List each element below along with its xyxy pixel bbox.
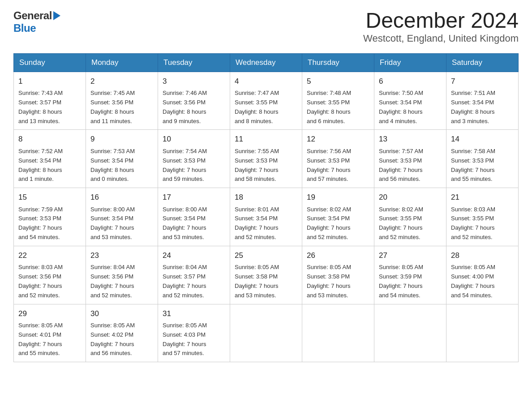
calendar-cell: 10 Sunrise: 7:54 AM Sunset: 3:53 PM Dayl… <box>158 130 230 188</box>
calendar-cell: 15 Sunrise: 7:59 AM Sunset: 3:53 PM Dayl… <box>14 188 86 246</box>
day-info: Sunrise: 7:56 AM Sunset: 3:53 PM Dayligh… <box>307 148 351 182</box>
day-number: 13 <box>379 133 442 145</box>
day-info: Sunrise: 8:02 AM Sunset: 3:55 PM Dayligh… <box>379 206 423 240</box>
day-number: 24 <box>163 250 225 261</box>
day-number: 2 <box>90 76 153 87</box>
calendar-week-row: 15 Sunrise: 7:59 AM Sunset: 3:53 PM Dayl… <box>14 188 519 246</box>
calendar-cell: 30 Sunrise: 8:05 AM Sunset: 4:02 PM Dayl… <box>86 304 158 362</box>
day-info: Sunrise: 7:54 AM Sunset: 3:53 PM Dayligh… <box>163 148 207 182</box>
day-number: 16 <box>90 192 153 203</box>
calendar-week-row: 8 Sunrise: 7:52 AM Sunset: 3:54 PM Dayli… <box>14 130 519 188</box>
day-info: Sunrise: 7:58 AM Sunset: 3:53 PM Dayligh… <box>451 148 495 182</box>
calendar-cell: 14 Sunrise: 7:58 AM Sunset: 3:53 PM Dayl… <box>446 130 519 188</box>
weekday-header-saturday: Saturday <box>446 53 519 72</box>
day-number: 6 <box>379 76 442 87</box>
day-number: 29 <box>18 308 81 320</box>
calendar-cell: 25 Sunrise: 8:05 AM Sunset: 3:58 PM Dayl… <box>230 246 302 304</box>
day-number: 12 <box>307 133 369 145</box>
calendar-cell: 16 Sunrise: 8:00 AM Sunset: 3:54 PM Dayl… <box>86 188 158 246</box>
day-number: 8 <box>18 133 81 145</box>
day-info: Sunrise: 8:03 AM Sunset: 3:55 PM Dayligh… <box>451 206 495 240</box>
weekday-header-row: SundayMondayTuesdayWednesdayThursdayFrid… <box>14 53 519 72</box>
weekday-header-sunday: Sunday <box>14 53 86 72</box>
day-number: 11 <box>235 133 297 145</box>
day-info: Sunrise: 8:05 AM Sunset: 3:59 PM Dayligh… <box>379 264 423 298</box>
day-number: 28 <box>451 250 514 261</box>
day-number: 10 <box>163 133 225 145</box>
calendar-cell: 9 Sunrise: 7:53 AM Sunset: 3:54 PM Dayli… <box>86 130 158 188</box>
day-info: Sunrise: 8:02 AM Sunset: 3:54 PM Dayligh… <box>307 206 351 240</box>
calendar-cell: 18 Sunrise: 8:01 AM Sunset: 3:54 PM Dayl… <box>230 188 302 246</box>
calendar-cell: 1 Sunrise: 7:43 AM Sunset: 3:57 PM Dayli… <box>14 72 86 130</box>
title-area: December 2024 Westcott, England, United … <box>363 9 519 44</box>
weekday-header-monday: Monday <box>86 53 158 72</box>
day-info: Sunrise: 7:57 AM Sunset: 3:53 PM Dayligh… <box>379 148 423 182</box>
day-info: Sunrise: 7:59 AM Sunset: 3:53 PM Dayligh… <box>18 206 63 240</box>
day-info: Sunrise: 7:47 AM Sunset: 3:55 PM Dayligh… <box>235 90 279 124</box>
day-number: 23 <box>90 250 153 261</box>
day-number: 30 <box>90 308 153 320</box>
logo-icon: General Blue <box>13 9 60 34</box>
day-info: Sunrise: 7:50 AM Sunset: 3:54 PM Dayligh… <box>379 90 423 124</box>
day-info: Sunrise: 8:05 AM Sunset: 4:03 PM Dayligh… <box>163 322 207 356</box>
day-number: 9 <box>90 133 153 145</box>
day-info: Sunrise: 7:43 AM Sunset: 3:57 PM Dayligh… <box>18 90 63 124</box>
day-info: Sunrise: 8:03 AM Sunset: 3:56 PM Dayligh… <box>18 264 63 298</box>
day-info: Sunrise: 8:00 AM Sunset: 3:54 PM Dayligh… <box>90 206 135 240</box>
calendar-body: 1 Sunrise: 7:43 AM Sunset: 3:57 PM Dayli… <box>14 72 519 362</box>
day-number: 5 <box>307 76 369 87</box>
calendar-cell: 23 Sunrise: 8:04 AM Sunset: 3:56 PM Dayl… <box>86 246 158 304</box>
calendar-header: SundayMondayTuesdayWednesdayThursdayFrid… <box>14 53 519 72</box>
day-info: Sunrise: 8:00 AM Sunset: 3:54 PM Dayligh… <box>163 206 207 240</box>
calendar-week-row: 22 Sunrise: 8:03 AM Sunset: 3:56 PM Dayl… <box>14 246 519 304</box>
day-info: Sunrise: 8:05 AM Sunset: 3:58 PM Dayligh… <box>235 264 279 298</box>
weekday-header-wednesday: Wednesday <box>230 53 302 72</box>
day-number: 19 <box>307 192 369 203</box>
calendar-cell: 2 Sunrise: 7:45 AM Sunset: 3:56 PM Dayli… <box>86 72 158 130</box>
day-info: Sunrise: 7:48 AM Sunset: 3:55 PM Dayligh… <box>307 90 351 124</box>
calendar-cell: 12 Sunrise: 7:56 AM Sunset: 3:53 PM Dayl… <box>302 130 374 188</box>
day-number: 14 <box>451 133 514 145</box>
day-number: 20 <box>379 192 442 203</box>
calendar-cell: 19 Sunrise: 8:02 AM Sunset: 3:54 PM Dayl… <box>302 188 374 246</box>
calendar-cell: 21 Sunrise: 8:03 AM Sunset: 3:55 PM Dayl… <box>446 188 519 246</box>
calendar-cell: 5 Sunrise: 7:48 AM Sunset: 3:55 PM Dayli… <box>302 72 374 130</box>
weekday-header-tuesday: Tuesday <box>158 53 230 72</box>
day-info: Sunrise: 8:05 AM Sunset: 4:00 PM Dayligh… <box>451 264 495 298</box>
calendar-week-row: 29 Sunrise: 8:05 AM Sunset: 4:01 PM Dayl… <box>14 304 519 362</box>
calendar-cell: 29 Sunrise: 8:05 AM Sunset: 4:01 PM Dayl… <box>14 304 86 362</box>
calendar-cell: 8 Sunrise: 7:52 AM Sunset: 3:54 PM Dayli… <box>14 130 86 188</box>
day-info: Sunrise: 7:52 AM Sunset: 3:54 PM Dayligh… <box>18 148 63 182</box>
calendar-cell: 17 Sunrise: 8:00 AM Sunset: 3:54 PM Dayl… <box>158 188 230 246</box>
logo-blue-text: Blue <box>13 22 36 34</box>
day-number: 3 <box>163 76 225 87</box>
svg-marker-0 <box>53 11 60 20</box>
day-number: 25 <box>235 250 297 261</box>
calendar-cell <box>374 304 446 362</box>
day-number: 31 <box>163 308 225 320</box>
day-info: Sunrise: 8:05 AM Sunset: 4:02 PM Dayligh… <box>90 322 135 356</box>
calendar-cell: 3 Sunrise: 7:46 AM Sunset: 3:56 PM Dayli… <box>158 72 230 130</box>
calendar-table: SundayMondayTuesdayWednesdayThursdayFrid… <box>13 53 519 362</box>
day-number: 17 <box>163 192 225 203</box>
day-number: 22 <box>18 250 81 261</box>
calendar-cell: 6 Sunrise: 7:50 AM Sunset: 3:54 PM Dayli… <box>374 72 446 130</box>
day-info: Sunrise: 8:05 AM Sunset: 3:58 PM Dayligh… <box>307 264 351 298</box>
calendar-cell: 4 Sunrise: 7:47 AM Sunset: 3:55 PM Dayli… <box>230 72 302 130</box>
day-number: 27 <box>379 250 442 261</box>
logo-arrow-icon <box>53 11 60 22</box>
calendar-cell <box>302 304 374 362</box>
logo: General Blue <box>13 9 60 34</box>
day-info: Sunrise: 7:51 AM Sunset: 3:54 PM Dayligh… <box>451 90 495 124</box>
calendar-cell <box>230 304 302 362</box>
day-info: Sunrise: 7:53 AM Sunset: 3:54 PM Dayligh… <box>90 148 135 182</box>
calendar-cell: 13 Sunrise: 7:57 AM Sunset: 3:53 PM Dayl… <box>374 130 446 188</box>
calendar-cell: 20 Sunrise: 8:02 AM Sunset: 3:55 PM Dayl… <box>374 188 446 246</box>
logo-general-text: General <box>13 9 52 22</box>
day-info: Sunrise: 7:46 AM Sunset: 3:56 PM Dayligh… <box>163 90 207 124</box>
calendar-cell: 31 Sunrise: 8:05 AM Sunset: 4:03 PM Dayl… <box>158 304 230 362</box>
calendar-cell <box>446 304 519 362</box>
calendar-week-row: 1 Sunrise: 7:43 AM Sunset: 3:57 PM Dayli… <box>14 72 519 130</box>
day-number: 7 <box>451 76 514 87</box>
calendar-cell: 26 Sunrise: 8:05 AM Sunset: 3:58 PM Dayl… <box>302 246 374 304</box>
